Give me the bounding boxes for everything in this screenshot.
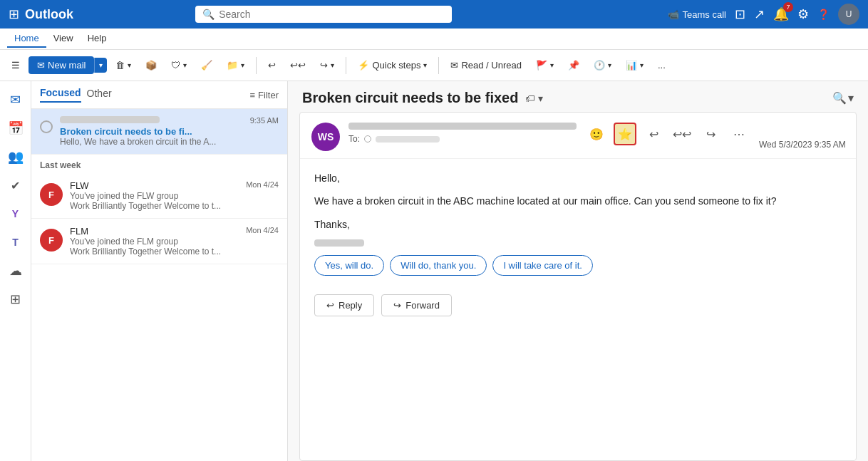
help-icon[interactable]: ❓ (817, 9, 830, 20)
mail-subject: Broken circuit needs to be fi... (60, 126, 243, 137)
teams-call-button[interactable]: 📹 Teams call (668, 9, 726, 20)
mail-item-flw[interactable]: F FLW You've joined the FLW group Work B… (31, 173, 287, 219)
snooze-button[interactable]: 🕐▾ (588, 57, 617, 73)
pin-icon: 📌 (568, 60, 579, 71)
multi-window-icon[interactable]: ⊡ (735, 6, 745, 22)
to-label: To: (348, 134, 360, 144)
menu-expand-button[interactable]: ☰ (6, 57, 26, 73)
email-card: WS To: 🙂 ⭐ ↩ ↩↩ ↪ ⋯ Wed (299, 112, 857, 461)
notification-icon[interactable]: 🔔 7 (773, 6, 789, 22)
email-body: Hello, We have a broken circuit in the A… (300, 159, 856, 287)
sidebar-item-apps[interactable]: ⊞ (3, 286, 29, 312)
zoom-button[interactable]: 🔍 ▾ (832, 91, 854, 105)
reply-button[interactable]: ↩ Reply (314, 294, 374, 316)
mail-item-flm[interactable]: F FLM You've joined the FLM group Work B… (31, 219, 287, 264)
email-meta: To: (348, 123, 577, 144)
read-icon: ✉ (450, 60, 458, 71)
read-unread-button[interactable]: ✉ Read / Unread (445, 57, 527, 73)
star-button[interactable]: ⭐ (614, 123, 636, 145)
mail-item-content: Broken circuit needs to be fi... Hello, … (60, 116, 243, 147)
search-bar[interactable]: 🔍 (195, 6, 452, 23)
flw-avatar: F (40, 183, 63, 206)
flm-preview: You've joined the FLM group (70, 237, 239, 247)
reply-icon: ↩ (326, 300, 334, 311)
tab-other[interactable]: Other (87, 88, 112, 102)
mail-icon: ✉ (37, 60, 45, 71)
email-footer: ↩ Reply ↪ Forward (300, 287, 856, 328)
move-button[interactable]: 📁▾ (221, 57, 250, 73)
sweep-button[interactable]: 🧹 (195, 57, 218, 73)
mail-time: 9:35 AM (250, 116, 279, 125)
reply-all-button[interactable]: ↩↩ (284, 57, 311, 73)
body-line1: We have a broken circuit in the ABC mach… (314, 195, 777, 207)
quick-reply-2[interactable]: Will do, thank you. (390, 255, 487, 276)
mail-items: Broken circuit needs to be fi... Hello, … (31, 109, 287, 461)
section-label: Last week (31, 155, 287, 173)
search-input[interactable] (219, 9, 445, 20)
reply-all-header-button[interactable]: ↩↩ (671, 123, 693, 145)
to-name-blur (376, 136, 440, 143)
side-icons: ✉ 📅 👥 ✔ Y T ☁ ⊞ (0, 81, 31, 461)
email-greeting: Hello, (314, 170, 842, 186)
undo-button[interactable]: ↩ (262, 57, 281, 73)
sidebar-item-yammer[interactable]: Y (3, 201, 29, 227)
forward-header-button[interactable]: ↪ (699, 123, 722, 145)
sidebar-item-people[interactable]: 👥 (3, 144, 29, 170)
subject-dropdown[interactable]: 🏷 ▾ (525, 93, 543, 104)
toolbar-divider-3 (438, 57, 439, 74)
reply-header-button[interactable]: ↩ (642, 123, 665, 145)
mail-select-radio[interactable] (40, 120, 53, 133)
sender-avatar: WS (311, 123, 340, 151)
new-mail-wrap: ✉ New mail ▾ (29, 56, 107, 74)
sidebar-item-onedrive[interactable]: ☁ (3, 258, 29, 284)
sidebar-item-calendar[interactable]: 📅 (3, 115, 29, 141)
email-subject-title: Broken circuit needs to be fixed (302, 90, 518, 106)
sidebar-item-tasks[interactable]: ✔ (3, 172, 29, 198)
delete-button[interactable]: 🗑▾ (110, 57, 137, 73)
menu-view[interactable]: View (46, 30, 81, 48)
reply-all-icon: ↩↩ (290, 60, 306, 71)
title-bar: ⊞ Outlook 🔍 📹 Teams call ⊡ ↗ 🔔 7 ⚙ ❓ U (0, 0, 868, 29)
reading-header: Broken circuit needs to be fixed 🏷 ▾ 🔍 ▾ (288, 81, 868, 112)
menu-bar: Home View Help (0, 29, 868, 50)
settings-icon[interactable]: ⚙ (797, 6, 809, 22)
rules-button[interactable]: 🛡▾ (165, 57, 192, 73)
new-mail-button[interactable]: ✉ New mail (29, 56, 94, 74)
undo-icon: ↩ (268, 60, 276, 71)
radio-circle (364, 135, 371, 143)
mail-item-selected[interactable]: Broken circuit needs to be fi... Hello, … (31, 109, 287, 155)
search-icon: 🔍 (202, 9, 215, 20)
filter-button[interactable]: ≡ Filter (250, 90, 279, 100)
title-bar-right: 📹 Teams call ⊡ ↗ 🔔 7 ⚙ ❓ U (668, 4, 859, 25)
view-button[interactable]: 📊▾ (620, 57, 649, 73)
user-avatar[interactable]: U (838, 4, 859, 25)
emoji-button[interactable]: 🙂 (585, 123, 608, 145)
quick-reply-3[interactable]: I will take care of it. (492, 255, 593, 276)
flag-button[interactable]: 🚩▾ (530, 57, 559, 73)
menu-help[interactable]: Help (81, 30, 114, 48)
mail-sender-blur (60, 116, 160, 123)
sidebar-item-teams[interactable]: T (3, 229, 29, 255)
menu-home[interactable]: Home (7, 30, 46, 48)
video-icon: 📹 (668, 9, 679, 20)
archive-button[interactable]: 📦 (140, 57, 162, 73)
email-to-row: To: (348, 134, 577, 144)
tag-icon: 🏷 (525, 93, 535, 104)
share-icon[interactable]: ↗ (754, 6, 765, 22)
email-thanks: Thanks, (314, 217, 842, 232)
forward-toolbar-button[interactable]: ↪▾ (314, 57, 340, 73)
tab-focused[interactable]: Focused (40, 87, 81, 103)
new-mail-caret[interactable]: ▾ (94, 58, 107, 73)
pin-button[interactable]: 📌 (562, 57, 585, 73)
email-actions: 🙂 ⭐ ↩ ↩↩ ↪ ⋯ (585, 123, 750, 145)
more-button[interactable]: ... (652, 57, 671, 73)
more-header-button[interactable]: ⋯ (728, 123, 750, 145)
flw-name: FLW (70, 180, 239, 191)
delete-icon: 🗑 (115, 60, 125, 71)
forward-button[interactable]: ↪ Forward (381, 294, 452, 316)
sidebar-item-mail[interactable]: ✉ (3, 87, 29, 113)
quick-reply-1[interactable]: Yes, will do. (314, 255, 384, 276)
waffle-icon[interactable]: ⊞ (9, 6, 19, 22)
quick-steps-button[interactable]: ⚡ Quick steps ▾ (352, 57, 433, 73)
archive-icon: 📦 (145, 60, 157, 71)
